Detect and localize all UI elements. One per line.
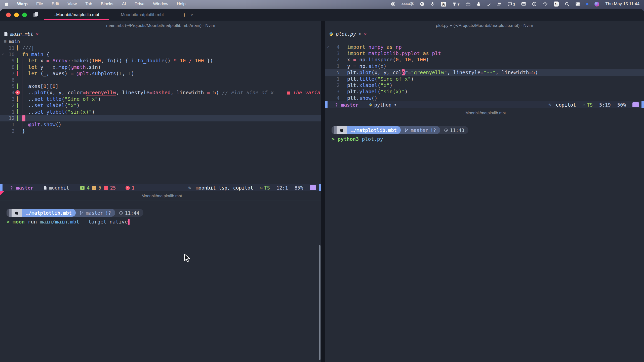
mode-block: [310, 185, 316, 190]
siri-icon[interactable]: [594, 2, 599, 7]
buffer-close-icon[interactable]: ×: [36, 31, 39, 37]
right-terminal-header: ..Moonbit/matplotlib.mbt: [325, 108, 644, 118]
wifi-icon[interactable]: [543, 2, 548, 6]
smiley-icon[interactable]: [420, 2, 424, 6]
search-icon[interactable]: [565, 2, 569, 6]
menu-item-window[interactable]: Window: [153, 2, 168, 7]
token: ///|: [22, 45, 34, 51]
fold-icon[interactable]: ˅: [325, 45, 331, 49]
menu-item-ai[interactable]: AI: [122, 2, 126, 7]
menu-item-view[interactable]: View: [68, 2, 77, 7]
token: 10: [405, 57, 411, 63]
token: [22, 58, 28, 64]
line-number: 4: [331, 95, 340, 101]
token: np.: [359, 57, 368, 63]
display-mirroring-icon[interactable]: [521, 2, 526, 6]
pane-divider[interactable]: [321, 21, 325, 362]
swoosh-icon[interactable]: [487, 2, 491, 6]
code-text: }: [22, 128, 25, 134]
word-count-status[interactable]: 4444字: [401, 2, 414, 7]
code-line: 2 ..set_xlabel("x"): [0, 102, 321, 109]
fold-icon[interactable]: ˅: [0, 52, 6, 57]
menu-clock[interactable]: Thu May 15 11:44: [605, 2, 639, 7]
code-text: plt.ylabel("sin(x)"): [347, 88, 408, 95]
prompt-path-segment: …/matplotlib.mbt: [347, 126, 401, 134]
s-app-icon[interactable]: S: [554, 2, 559, 7]
apple-icon: [340, 128, 343, 132]
line-number: 5: [6, 83, 15, 89]
prompt-os-segment: [12, 209, 22, 217]
terminal-header-path: ..Moonbit/matplotlib.mbt: [139, 194, 182, 198]
token: @plt: [28, 121, 40, 127]
code-line: 1y = np.sin(x): [325, 63, 644, 69]
prompt-segment-spacer: [332, 126, 334, 134]
git-sign: [15, 115, 22, 121]
token: =: [353, 57, 359, 63]
code-text: ..plot(x, y, color=Greenyellw, linestyle…: [22, 89, 274, 96]
git-sign: [340, 82, 347, 88]
left-prompt-pill[interactable]: …/matplotlib.mbt master !? 11:44: [7, 209, 143, 217]
left-pane-scrollbar[interactable]: [319, 245, 320, 360]
penguin-icon[interactable]: [476, 2, 481, 6]
winbar-label: main: [9, 39, 20, 44]
tab-moonbit-matplotlib-inactive[interactable]: ..Moonbit/matplotlib.mbt: [110, 9, 172, 21]
tab-moonbit-matplotlib-active[interactable]: ..Moonbit/matplotlib.mbt: [43, 9, 110, 21]
line-number: 6: [6, 77, 15, 83]
right-command-input[interactable]: > python3 plot.py: [332, 136, 383, 142]
code-line: 6: [0, 77, 321, 83]
close-window-button[interactable]: [6, 13, 11, 17]
modified-dot: •: [394, 102, 396, 108]
treesitter-label: TS: [264, 185, 270, 191]
line-number: 1: [6, 109, 15, 115]
token: plt.: [347, 88, 359, 95]
right-prompt-pill[interactable]: …/matplotlib.mbt master !? 11:43: [332, 126, 468, 134]
menu-item-blocks[interactable]: Blocks: [101, 2, 113, 7]
cursor-position: 5:19: [599, 102, 611, 108]
clothing-icon[interactable]: 7: [452, 2, 460, 6]
line-number: 3: [6, 96, 15, 102]
line-number: 2: [6, 128, 15, 134]
input-source-icon[interactable]: 英: [441, 2, 446, 7]
microphone-icon[interactable]: [430, 2, 435, 6]
menu-item-edit[interactable]: Edit: [52, 2, 59, 7]
token: }: [22, 128, 25, 134]
play-status-icon[interactable]: [532, 2, 537, 6]
menu-item-tab[interactable]: Tab: [85, 2, 92, 7]
lsp-icon: %: [548, 103, 551, 107]
minimize-window-button[interactable]: [14, 13, 19, 17]
token: "sin(x)": [68, 109, 92, 115]
pages-icon[interactable]: [33, 12, 39, 18]
clock-icon: [119, 211, 123, 215]
chat-icon[interactable]: 1: [507, 2, 515, 6]
zoom-window-button[interactable]: [22, 13, 27, 17]
token: show: [359, 95, 371, 101]
control-center-icon[interactable]: [575, 2, 580, 6]
token: to_double: [137, 58, 165, 64]
token: , linestyle: [447, 69, 480, 75]
apple-menu-icon[interactable]: [5, 2, 9, 7]
new-tab-button[interactable]: +: [182, 12, 186, 18]
token: "--": [484, 69, 496, 75]
code-line: 11///|: [0, 45, 321, 51]
token: ,: [122, 70, 128, 76]
stripes-icon[interactable]: [497, 2, 501, 6]
tv-icon[interactable]: [466, 2, 470, 6]
token: "greenyellw": [411, 69, 447, 75]
menu-item-help[interactable]: Help: [177, 2, 186, 7]
left-command-input[interactable]: > moon run main/main.mbt --target native: [7, 219, 130, 225]
code-line: 12: [0, 115, 321, 121]
menu-item-warp[interactable]: Warp: [17, 2, 28, 7]
menu-item-file[interactable]: File: [36, 2, 43, 7]
window-tab-bar: ..Moonbit/matplotlib.mbt ..Moonbit/matpl…: [0, 9, 644, 21]
token: r: [405, 69, 408, 75]
git-sign: [15, 70, 22, 77]
statusline-right-cap: [319, 184, 321, 191]
record-icon[interactable]: [391, 2, 395, 6]
prompt-git-segment: master !?: [397, 126, 440, 134]
buffer-close-icon[interactable]: ×: [364, 31, 367, 37]
token: import: [347, 44, 368, 50]
menu-item-drive[interactable]: Drive: [135, 2, 145, 7]
code-text: ..set_title("Sine of x"): [22, 96, 101, 102]
tab-menu-chevron-icon[interactable]: ˅: [191, 13, 193, 17]
filetype-name: moonbit: [49, 185, 69, 191]
